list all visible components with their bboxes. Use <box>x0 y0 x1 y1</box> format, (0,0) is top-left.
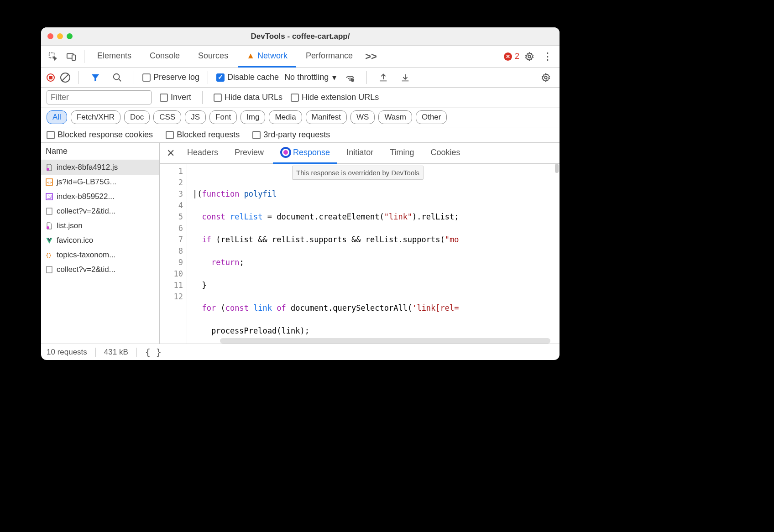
js-file-override-icon <box>46 164 53 171</box>
override-indicator-icon <box>280 147 291 158</box>
extra-filters-row: Blocked response cookies Blocked request… <box>41 127 560 143</box>
inspect-element-icon[interactable] <box>45 48 61 65</box>
filter-input[interactable] <box>47 90 152 104</box>
type-pill-wasm[interactable]: Wasm <box>378 110 412 124</box>
hide-data-urls-checkbox[interactable]: Hide data URLs <box>214 93 282 102</box>
tab-console[interactable]: Console <box>141 46 188 68</box>
type-pill-other[interactable]: Other <box>416 110 447 124</box>
network-settings-gear-icon[interactable] <box>538 69 554 86</box>
chevron-down-icon: ▾ <box>332 73 336 83</box>
tab-timing[interactable]: Timing <box>382 143 421 164</box>
pretty-print-button[interactable]: { } <box>145 347 162 358</box>
tab-sources[interactable]: Sources <box>190 46 236 68</box>
svg-point-4 <box>114 73 120 79</box>
download-har-icon[interactable] <box>397 69 413 86</box>
type-pill-doc[interactable]: Doc <box>124 110 150 124</box>
response-code-editor[interactable]: 123 456 789 101112 This response is over… <box>160 164 560 344</box>
upload-har-icon[interactable] <box>375 69 392 86</box>
request-row[interactable]: index-b859522... <box>41 189 159 204</box>
line-number-gutter: 123 456 789 101112 <box>160 164 187 344</box>
tab-network[interactable]: ▲ Network <box>238 46 296 68</box>
separator <box>84 50 84 63</box>
status-bar: 10 requests 431 kB { } <box>41 344 560 360</box>
maximize-window-button[interactable] <box>67 33 73 39</box>
hide-extension-urls-checkbox[interactable]: Hide extension URLs <box>291 93 379 102</box>
close-detail-button[interactable]: ✕ <box>163 146 178 161</box>
script-icon: <> <box>46 178 53 186</box>
checkbox-checked-icon <box>216 73 225 82</box>
request-row[interactable]: collect?v=2&tid... <box>41 262 159 277</box>
type-pill-all[interactable]: All <box>47 110 67 124</box>
third-party-checkbox[interactable]: 3rd-party requests <box>252 130 330 140</box>
svg-point-7 <box>544 76 547 79</box>
invert-checkbox[interactable]: Invert <box>160 93 191 102</box>
traffic-lights <box>47 33 73 39</box>
more-tabs-button[interactable]: >> <box>363 48 379 65</box>
checkbox-icon <box>142 73 151 82</box>
type-pill-font[interactable]: Font <box>209 110 237 124</box>
error-icon: ✕ <box>504 52 512 61</box>
type-pill-css[interactable]: CSS <box>153 110 181 124</box>
minimize-window-button[interactable] <box>57 33 63 39</box>
request-row[interactable]: <> js?id=G-LB75G... <box>41 175 159 189</box>
type-pill-manifest[interactable]: Manifest <box>306 110 347 124</box>
tab-headers[interactable]: Headers <box>180 143 225 164</box>
svg-point-5 <box>350 79 350 80</box>
blocked-requests-checkbox[interactable]: Blocked requests <box>166 130 240 140</box>
settings-gear-icon[interactable] <box>521 48 538 65</box>
network-conditions-icon[interactable] <box>342 69 358 86</box>
blocked-cookies-checkbox[interactable]: Blocked response cookies <box>47 130 153 140</box>
request-row[interactable]: collect?v=2&tid... <box>41 204 159 219</box>
tab-preview[interactable]: Preview <box>227 143 271 164</box>
filter-icon[interactable] <box>87 69 104 86</box>
error-count-badge[interactable]: ✕ 2 <box>504 52 519 61</box>
network-toolbar: Preserve log Disable cache No throttling… <box>41 68 560 88</box>
override-tooltip: This response is overridden by DevTools <box>292 166 424 180</box>
request-row[interactable]: list.json <box>41 219 159 233</box>
type-pill-media[interactable]: Media <box>269 110 302 124</box>
svg-rect-2 <box>72 55 75 60</box>
document-icon <box>46 266 53 273</box>
tab-response[interactable]: Response <box>273 143 337 164</box>
window-title: DevTools - coffee-cart.app/ <box>41 32 560 41</box>
request-row[interactable]: {} topics-taxonom... <box>41 248 159 262</box>
preserve-log-checkbox[interactable]: Preserve log <box>142 73 199 82</box>
svg-rect-12 <box>47 208 52 214</box>
svg-point-8 <box>47 168 49 171</box>
titlebar: DevTools - coffee-cart.app/ <box>41 27 560 46</box>
warning-icon: ▲ <box>246 51 255 61</box>
clear-button[interactable] <box>60 73 70 83</box>
transferred-size: 431 kB <box>104 348 128 357</box>
detail-tabs: ✕ Headers Preview Response Initiator Tim… <box>160 143 560 164</box>
name-column-header[interactable]: Name <box>41 143 159 160</box>
tab-cookies[interactable]: Cookies <box>424 143 468 164</box>
tab-initiator[interactable]: Initiator <box>339 143 381 164</box>
disable-cache-checkbox[interactable]: Disable cache <box>216 73 279 82</box>
code-content[interactable]: This response is overridden by DevTools … <box>187 164 560 344</box>
record-button[interactable] <box>47 73 55 82</box>
request-row[interactable]: index-8bfa4912.js <box>41 160 159 175</box>
search-icon[interactable] <box>109 69 126 86</box>
devtools-window: DevTools - coffee-cart.app/ Elements Con… <box>41 27 560 360</box>
device-toolbar-icon[interactable] <box>63 48 79 65</box>
throttling-dropdown[interactable]: No throttling ▾ <box>284 73 336 83</box>
type-pill-img[interactable]: Img <box>241 110 265 124</box>
xhr-icon: {} <box>46 251 53 259</box>
kebab-menu-icon[interactable]: ⋮ <box>539 48 556 65</box>
horizontal-scrollbar[interactable] <box>220 338 550 344</box>
tab-elements[interactable]: Elements <box>89 46 140 68</box>
detail-panel: ✕ Headers Preview Response Initiator Tim… <box>160 143 560 344</box>
tab-performance[interactable]: Performance <box>298 46 361 68</box>
css-file-icon <box>46 193 53 200</box>
close-window-button[interactable] <box>47 33 53 39</box>
request-list[interactable]: index-8bfa4912.js <> js?id=G-LB75G... in… <box>41 160 159 344</box>
type-pill-ws[interactable]: WS <box>350 110 375 124</box>
request-list-sidebar: Name index-8bfa4912.js <> js?id=G-LB75G.… <box>41 143 160 344</box>
vue-icon <box>46 237 53 244</box>
svg-text:<>: <> <box>47 180 52 185</box>
type-pill-fetch-xhr[interactable]: Fetch/XHR <box>71 110 120 124</box>
request-row[interactable]: favicon.ico <box>41 233 159 248</box>
json-file-icon <box>46 222 53 229</box>
type-pill-js[interactable]: JS <box>185 110 206 124</box>
filter-row: Invert Hide data URLs Hide extension URL… <box>41 88 560 108</box>
